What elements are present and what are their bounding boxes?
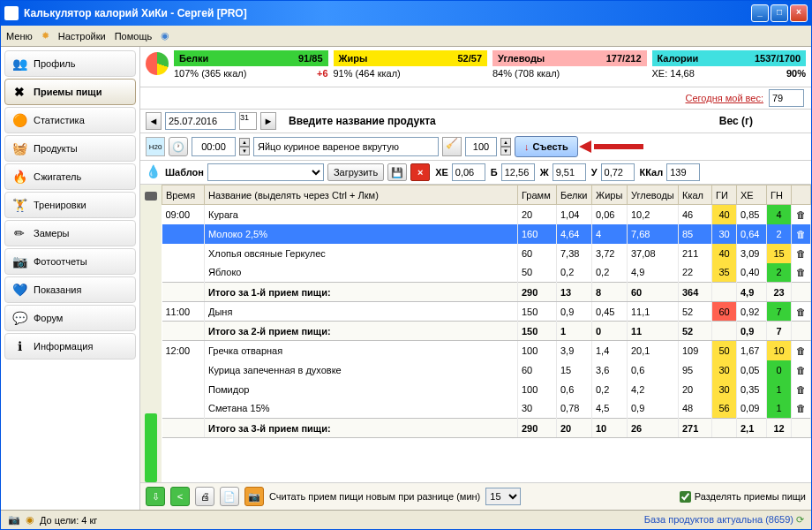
sidebar-label: Продукты	[34, 143, 78, 154]
window-title: Калькулятор калорий ХиКи - Сергей [PRO]	[24, 7, 751, 19]
menu-settings[interactable]: Настройки	[58, 31, 106, 42]
goal-text: До цели: 4 кг	[40, 515, 97, 526]
sidebar-item-photos[interactable]: 📷Фотоотчеты	[4, 248, 136, 275]
sidebar-label: Приемы пищи	[34, 87, 102, 97]
delete-row-button[interactable]: 🗑	[792, 360, 811, 380]
table-row[interactable]: 12:00Гречка отварная1003,91,420,1109 501…	[162, 341, 811, 360]
load-button[interactable]: Загрузить	[327, 163, 384, 181]
share-button[interactable]: <	[170, 487, 190, 506]
xe-value[interactable]	[452, 163, 485, 181]
arrow-annotation-icon	[582, 140, 643, 153]
chat-icon: 💬	[11, 309, 28, 327]
sidebar-item-stats[interactable]: 🟠Статистика	[4, 107, 136, 133]
delete-row-button[interactable]: 🗑	[792, 263, 811, 283]
th-gram[interactable]: Грамм	[518, 186, 557, 205]
delete-row-button[interactable]: 🗑	[792, 302, 811, 322]
weight-input[interactable]	[769, 89, 804, 107]
sidebar-item-workouts[interactable]: 🏋Тренировки	[4, 192, 136, 218]
th-gi[interactable]: ГИ	[712, 186, 737, 205]
progress-vbar	[140, 185, 162, 482]
table-row[interactable]: Помидор1000,60,24,220 300,351 🗑	[162, 380, 811, 399]
calendar-button[interactable]: 31	[239, 112, 257, 130]
delete-row-button[interactable]: 🗑	[792, 205, 811, 224]
table-row[interactable]: Молоко 2,5%1604,6447,6885 300,642 🗑	[162, 224, 811, 244]
pie-icon	[146, 52, 169, 75]
time-up[interactable]: ▲	[239, 138, 250, 147]
meals-icon: ✖	[11, 83, 28, 101]
product-input[interactable]	[253, 137, 439, 156]
date-prev-button[interactable]: ◄	[146, 112, 162, 130]
camera-icon: 📷	[8, 514, 20, 526]
save-template-button[interactable]: 💾	[387, 163, 407, 181]
table-row[interactable]: Курица запеченная в духовке60153,60,695 …	[162, 360, 811, 380]
th-fat[interactable]: Жиры	[592, 186, 628, 205]
clock-button[interactable]: 🕐	[169, 137, 188, 156]
sidebar-item-products[interactable]: 🧺Продукты	[4, 135, 136, 162]
heart-icon: 💙	[11, 281, 28, 299]
sidebar-item-profile[interactable]: 👥Профиль	[4, 50, 136, 77]
h2o-button[interactable]: H20	[146, 137, 165, 156]
sidebar-item-meals[interactable]: ✖Приемы пищи	[4, 79, 136, 105]
th-kcal[interactable]: Ккал	[679, 186, 712, 205]
sidebar-item-info[interactable]: ℹИнформация	[4, 333, 136, 360]
delete-row-button[interactable]: 🗑	[792, 224, 811, 244]
sidebar-label: Показания	[34, 284, 81, 295]
th-protein[interactable]: Белки	[557, 186, 592, 205]
date-next-button[interactable]: ►	[260, 112, 276, 130]
clear-button[interactable]: 🧹	[442, 137, 462, 156]
table-row[interactable]: Сметана 15%300,784,50,948 560,091 🗑	[162, 399, 811, 419]
diff-select[interactable]: 15	[485, 488, 521, 505]
print-button[interactable]: 🖨	[195, 487, 214, 506]
camera-button[interactable]: 📷	[244, 487, 264, 506]
close-button[interactable]: ×	[790, 4, 808, 22]
split-meals-checkbox[interactable]: Разделять приемы пищи	[680, 491, 806, 503]
gram-input[interactable]	[465, 137, 497, 156]
weight-label: Вес (г)	[719, 115, 753, 127]
table-row[interactable]: 11:00Дыня1500,90,4511,152 600,927 🗑	[162, 302, 811, 322]
copy-button[interactable]: 📄	[220, 487, 239, 506]
menu-main[interactable]: Меню	[6, 31, 33, 42]
delete-row-button[interactable]: 🗑	[792, 399, 811, 419]
sidebar-item-forum[interactable]: 💬Форум	[4, 305, 136, 331]
menu-help[interactable]: Помощь	[115, 31, 153, 42]
gram-down[interactable]: ▼	[500, 147, 511, 155]
delete-row-button[interactable]: 🗑	[792, 341, 811, 360]
th-xe[interactable]: ХЕ	[737, 186, 767, 205]
fat-value[interactable]	[553, 163, 586, 181]
products-icon: 🧺	[11, 140, 28, 157]
time-input[interactable]	[192, 137, 236, 156]
th-gn[interactable]: ГН	[767, 186, 792, 205]
table-row[interactable]: 09:00Курага201,040,0610,246 400,854 🗑	[162, 205, 811, 224]
delete-template-button[interactable]: ×	[410, 163, 430, 181]
drop-icon: 💧	[146, 164, 162, 180]
protein-value[interactable]	[501, 163, 535, 181]
minimize-button[interactable]: _	[751, 4, 769, 22]
date-input[interactable]	[165, 112, 236, 130]
eat-button[interactable]: ↓Съесть	[515, 136, 578, 157]
delete-row-button[interactable]: 🗑	[792, 244, 811, 263]
diff-label: Считать прием пищи новым при разнице (ми…	[269, 491, 480, 502]
th-name[interactable]: Название (выделять через Ctrl + Лкм)	[205, 186, 518, 205]
sidebar-item-measures[interactable]: ✏Замеры	[4, 220, 136, 246]
export-button[interactable]: ⇩	[146, 487, 165, 506]
time-down[interactable]: ▼	[239, 147, 250, 155]
gram-up[interactable]: ▲	[500, 138, 511, 147]
th-carb[interactable]: Углеводы	[628, 186, 679, 205]
th-time[interactable]: Время	[162, 186, 205, 205]
sidebar-item-readings[interactable]: 💙Показания	[4, 276, 136, 303]
template-select[interactable]	[207, 163, 324, 181]
kcal-value[interactable]	[666, 163, 700, 181]
table-row[interactable]: Яблоко500,20,24,922 350,402 🗑	[162, 263, 811, 283]
menubar: Меню ✹ Настройки Помощь ◉	[1, 26, 811, 47]
help-icon[interactable]: ◉	[161, 30, 169, 42]
statusbar: 📷 ◉ До цели: 4 кг База продуктов актуаль…	[1, 510, 811, 529]
sidebar-item-burner[interactable]: 🔥Сжигатель	[4, 163, 136, 190]
weight-today-link[interactable]: Сегодня мой вес:	[686, 93, 764, 103]
table-total-row: Итого за 3-й прием пищи:290201026271 2,1…	[162, 419, 811, 438]
sidebar-label: Профиль	[34, 58, 76, 69]
maximize-button[interactable]: □	[771, 4, 788, 22]
fire-icon: 🔥	[11, 168, 28, 186]
delete-row-button[interactable]: 🗑	[792, 380, 811, 399]
table-row[interactable]: Хлопья овсяные Геркулес607,383,7237,0821…	[162, 244, 811, 263]
carb-value[interactable]	[601, 163, 635, 181]
